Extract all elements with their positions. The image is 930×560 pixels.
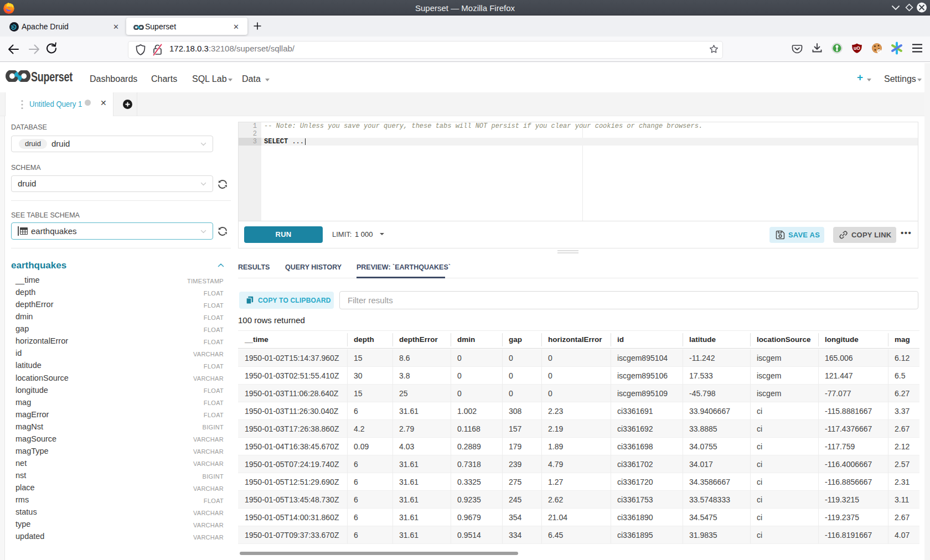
svg-text:uO: uO: [854, 45, 860, 51]
